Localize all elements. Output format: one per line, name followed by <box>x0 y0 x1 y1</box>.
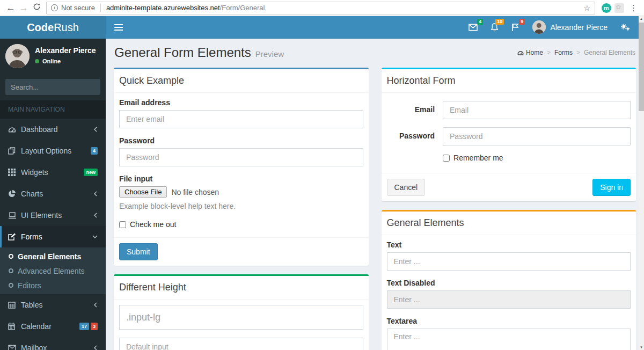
submenu-item-editors[interactable]: Editors <box>0 278 106 293</box>
cancel-button[interactable]: Cancel <box>387 179 426 196</box>
url-text[interactable]: adminlte-template.azurewebsites.net/Form… <box>106 4 265 12</box>
sidebar-item-calendar[interactable]: Calendar 17 3 <box>0 316 106 337</box>
chevron-left-icon <box>93 127 98 132</box>
tasks-menu[interactable]: 9 <box>505 16 526 39</box>
online-status-dot <box>35 59 39 63</box>
dashboard-icon <box>517 50 524 56</box>
extension-icon[interactable] <box>614 3 624 13</box>
sidebar-item-label: Charts <box>21 189 93 198</box>
sidebar-user-avatar <box>5 44 30 68</box>
calendar-badge-blue: 17 <box>79 323 89 330</box>
online-status-label: Online <box>42 58 61 64</box>
sidebar-item-label: Layout Options <box>21 147 91 155</box>
submit-button[interactable]: Submit <box>119 243 158 260</box>
sidebar-item-tables[interactable]: Tables <box>0 294 106 316</box>
browser-menu-icon[interactable]: ⋮ <box>627 3 640 13</box>
extension-m-icon[interactable]: m <box>602 3 611 13</box>
sidebar-item-forms[interactable]: Forms <box>0 226 106 247</box>
circle-icon <box>9 283 13 288</box>
general-elements-box: General Elements Text Text Disabled Text… <box>382 210 636 350</box>
submenu-item-advanced-elements[interactable]: Advanced Elements <box>0 264 106 278</box>
breadcrumb-home[interactable]: Home <box>517 49 543 56</box>
email-field[interactable] <box>119 110 363 128</box>
bookmark-star-icon[interactable]: ☆ <box>583 4 590 12</box>
text-field[interactable] <box>387 252 631 271</box>
sidebar-section-label: MAIN NAVIGATION <box>0 100 106 119</box>
submenu-item-label: Advanced Elements <box>18 267 85 275</box>
browser-forward-button[interactable]: → <box>17 3 30 13</box>
sidebar-item-label: Dashboard <box>21 125 93 134</box>
sidebar-item-widgets[interactable]: Widgets new <box>0 162 106 183</box>
page-title: General Form ElementsPreview <box>114 45 284 60</box>
password-field[interactable] <box>119 148 363 166</box>
input-lg-field[interactable] <box>119 305 363 330</box>
layout-options-badge: 4 <box>91 147 98 155</box>
top-navbar: 4 10 9 Alexander Pierce <box>106 16 644 39</box>
scroll-up-icon[interactable]: ▲ <box>639 17 644 20</box>
browser-refresh-button[interactable] <box>30 3 43 13</box>
scrollbar-thumb[interactable] <box>639 23 644 111</box>
sidebar-item-mailbox[interactable]: Mailbox <box>0 337 106 350</box>
sidebar-item-layout-options[interactable]: Layout Options 4 <box>0 140 106 162</box>
sidebar-item-charts[interactable]: Charts <box>0 183 106 205</box>
submenu-item-general-elements[interactable]: General Elements <box>0 249 106 264</box>
check-me-out-checkbox[interactable] <box>119 221 126 228</box>
choose-file-button[interactable]: Choose File <box>119 186 167 198</box>
chevron-down-icon <box>92 235 98 239</box>
user-avatar <box>532 20 546 34</box>
calendar-icon <box>8 323 21 330</box>
sidebar-item-ui-elements[interactable]: UI Elements <box>0 205 106 226</box>
settings-menu[interactable] <box>614 16 636 39</box>
sign-in-button[interactable]: Sign in <box>592 179 631 196</box>
info-icon[interactable]: i <box>51 4 58 11</box>
breadcrumb-separator: > <box>576 49 580 56</box>
security-label[interactable]: Not secure <box>61 4 95 12</box>
scroll-down-icon[interactable]: ▼ <box>639 346 644 349</box>
box-title: Different Height <box>119 282 186 293</box>
table-icon <box>8 302 21 309</box>
password-field[interactable] <box>443 127 631 145</box>
file-input-label: File input <box>119 174 363 183</box>
pie-chart-icon <box>8 190 21 198</box>
notifications-menu[interactable]: 10 <box>484 16 505 39</box>
page-title-text: General Form Elements <box>114 45 251 60</box>
messages-menu[interactable]: 4 <box>462 16 484 39</box>
box-title: Horizontal Form <box>387 75 456 86</box>
logo-rest: Rush <box>54 21 79 34</box>
box-title: Quick Example <box>119 75 184 86</box>
remember-me-checkbox[interactable] <box>443 155 450 162</box>
chevron-left-icon <box>93 191 98 196</box>
sidebar-toggle-icon[interactable] <box>106 24 131 31</box>
user-menu[interactable]: Alexander Pierce <box>526 20 614 34</box>
envelope-icon <box>469 24 478 31</box>
breadcrumb-forms[interactable]: Forms <box>554 49 573 56</box>
sidebar-item-label: UI Elements <box>21 211 93 220</box>
dashboard-icon <box>8 126 21 133</box>
browser-back-button[interactable]: ← <box>4 3 17 13</box>
email-field[interactable] <box>443 101 631 119</box>
chevron-left-icon <box>93 302 98 308</box>
checkbox-label: Remember me <box>453 154 503 162</box>
tasks-badge: 9 <box>519 19 525 25</box>
url-host: adminlte-template.azurewebsites.net <box>106 4 220 12</box>
app-header: CodeRush 4 10 9 Alexander Pierce <box>0 16 644 39</box>
calendar-badge-red: 3 <box>91 323 98 330</box>
email-label: Email <box>387 101 443 119</box>
circle-icon <box>9 268 13 273</box>
sidebar-item-dashboard[interactable]: Dashboard <box>0 119 106 140</box>
textarea-field[interactable] <box>387 329 631 350</box>
text-disabled-label: Text Disabled <box>387 279 631 287</box>
page-scrollbar[interactable]: ▲ ▼ <box>639 16 644 350</box>
text-label: Text <box>387 240 631 249</box>
quick-example-box: Quick Example Email address Password Fil… <box>114 68 369 266</box>
address-bar[interactable]: i Not secure adminlte-template.azurewebs… <box>46 2 595 14</box>
logo[interactable]: CodeRush <box>0 16 106 39</box>
sidebar-user-status[interactable]: Online <box>35 58 96 64</box>
sidebar-search-input[interactable] <box>5 79 100 95</box>
file-status: No file chosen <box>171 188 219 196</box>
logo-bold: Code <box>27 21 54 34</box>
chevron-left-icon <box>93 213 98 218</box>
grid-icon <box>8 169 21 176</box>
breadcrumb: Home > Forms > General Elements <box>517 49 635 56</box>
default-input-field[interactable] <box>119 338 363 350</box>
